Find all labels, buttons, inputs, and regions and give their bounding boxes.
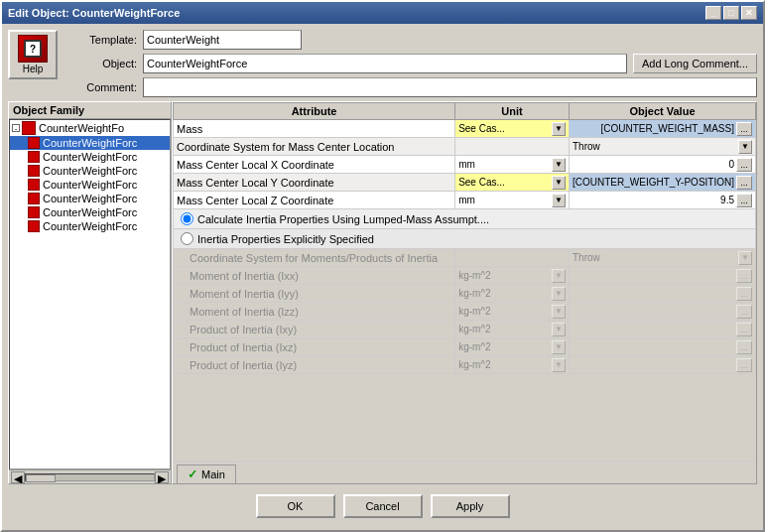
tree-item-label: CounterWeightForc [43,206,137,218]
value-ellipsis-button[interactable]: ... [736,122,752,136]
object-value: 9.5 [573,195,734,205]
unit-dropdown-arrow[interactable]: ▼ [552,158,566,172]
value-cell: ... [570,285,756,303]
minimize-button[interactable]: _ [705,6,721,20]
radio-cell-2: Inertia Properties Explicitly Specified [174,229,756,249]
value-ellipsis-button[interactable]: ... [736,287,752,301]
tree-item-label: CounterWeightForc [43,179,137,191]
tree-item-child-5[interactable]: CounterWeightForc [10,192,170,205]
add-comment-button[interactable]: Add Long Comment... [633,54,757,73]
scroll-right-button[interactable]: ▶ [155,471,169,483]
value-ellipsis-button[interactable]: ... [736,176,752,190]
tree-item-child-6[interactable]: CounterWeightForc [10,205,170,219]
right-panel-inner: Attribute Unit Object Value Mass [173,102,756,483]
scroll-track [25,473,155,481]
tree-item-label: CounterWeightForc [43,151,137,163]
tree-horizontal-scrollbar[interactable]: ◀ ▶ [9,469,171,483]
unit-cell [455,249,570,267]
radio-label-calculate: Calculate Inertia Properties Using Lumpe… [197,213,489,225]
tab-main[interactable]: ✓ Main [177,465,236,483]
window-title: Edit Object: CounterWeightForce [8,7,180,19]
unit-dropdown-arrow[interactable]: ▼ [552,122,566,136]
tree-item-label: CounterWeightForc [43,165,137,177]
tree-item-root[interactable]: - CounterWeightFo [10,120,170,136]
table-row-radio-1: Calculate Inertia Properties Using Lumpe… [174,209,756,229]
tree-item-child-4[interactable]: CounterWeightForc [10,178,170,192]
col-header-value: Object Value [570,103,756,120]
unit-dropdown-arrow[interactable]: ▼ [552,323,566,336]
scroll-thumb[interactable] [26,474,56,482]
help-icon: ? [18,35,48,63]
unit-value: kg-m^2 [458,324,551,334]
attr-cell: Mass Center Local Z Coordinate [174,192,455,209]
unit-dropdown-arrow[interactable]: ▼ [552,340,566,354]
object-row: Object: Add Long Comment... [67,54,757,73]
value-ellipsis-button[interactable]: ... [736,323,752,336]
object-label: Object: [67,58,137,69]
collapse-icon[interactable]: - [12,124,20,132]
value-dropdown-arrow[interactable]: ▼ [738,140,752,154]
radio-explicit[interactable] [181,232,193,245]
maximize-button[interactable]: □ [723,6,739,20]
table-row-ixz: Product of Inertia (Ixz) kg-m^2 ▼ [174,338,756,356]
unit-dropdown-arrow[interactable]: ▼ [552,358,566,372]
unit-dropdown-arrow[interactable]: ▼ [552,287,566,301]
unit-dropdown-arrow[interactable]: ▼ [552,194,566,207]
object-value: [COUNTER_WEIGHT_MASS] [573,123,734,134]
value-dropdown-arrow[interactable]: ▼ [738,251,752,265]
table-row-ixx: Moment of Inertia (Ixx) kg-m^2 ▼ [174,267,756,285]
cancel-button[interactable]: Cancel [343,494,423,518]
tree-child-icon [28,206,40,218]
ok-button[interactable]: OK [256,494,335,518]
help-label: Help [23,64,44,74]
tree-item-child-3[interactable]: CounterWeightForc [10,164,170,178]
table-row: Coordinate System for Mass Center Locati… [174,138,756,156]
value-ellipsis-button[interactable]: ... [736,194,752,207]
tree-item-child-7[interactable]: CounterWeightForc [10,219,170,233]
unit-cell [455,138,570,156]
tree-item-label: CounterWeightForc [43,220,137,232]
radio-calculate[interactable] [181,212,193,225]
value-cell: Throw ▼ [570,249,756,267]
table-row: Mass Center Local Z Coordinate mm ▼ [174,192,756,209]
tree-child-icon [28,137,40,149]
main-area: Object Family - CounterWeightFo CounterW… [8,101,757,484]
unit-cell: See Cas... ▼ [455,120,570,138]
close-button[interactable]: ✕ [741,6,757,20]
value-cell: 0 ... [570,156,756,174]
value-cell: ... [570,356,756,374]
attr-cell: Coordinate System for Mass Center Locati… [174,138,455,156]
attr-cell: Moment of Inertia (Izz) [174,303,455,321]
tree-item-child-1[interactable]: CounterWeightForc [10,136,170,150]
unit-dropdown-arrow[interactable]: ▼ [552,176,566,190]
template-input[interactable] [143,30,302,50]
attr-cell: Coordinate System for Moments/Products o… [174,249,455,267]
apply-button[interactable]: Apply [431,494,510,518]
tree-item-child-2[interactable]: CounterWeightForc [10,150,170,164]
scroll-left-button[interactable]: ◀ [11,471,25,483]
table-row-radio-2: Inertia Properties Explicitly Specified [174,229,756,249]
value-ellipsis-button[interactable]: ... [736,358,752,372]
table-row-iyz: Product of Inertia (Iyz) kg-m^2 ▼ [174,356,756,374]
tree-root-icon [22,121,36,135]
unit-dropdown-arrow[interactable]: ▼ [552,305,566,319]
tree-child-icon [28,179,40,191]
unit-value: mm [458,159,551,170]
object-value: Throw [573,252,737,263]
template-row: Template: [67,30,757,50]
value-ellipsis-button[interactable]: ... [736,158,752,172]
comment-input[interactable] [143,77,757,97]
col-header-unit: Unit [455,103,570,120]
object-input[interactable] [143,54,627,73]
unit-value: See Cas... [458,123,551,134]
help-button[interactable]: ? Help [8,30,58,79]
value-ellipsis-button[interactable]: ... [736,305,752,319]
unit-value: kg-m^2 [458,288,551,299]
unit-cell: kg-m^2 ▼ [455,267,570,285]
value-ellipsis-button[interactable]: ... [736,340,752,354]
title-bar: Edit Object: CounterWeightForce _ □ ✕ [2,2,763,24]
unit-dropdown-arrow[interactable]: ▼ [552,269,566,283]
attribute-table-scroll[interactable]: Attribute Unit Object Value Mass [173,102,756,462]
value-ellipsis-button[interactable]: ... [736,269,752,283]
col-header-attribute: Attribute [174,103,455,120]
